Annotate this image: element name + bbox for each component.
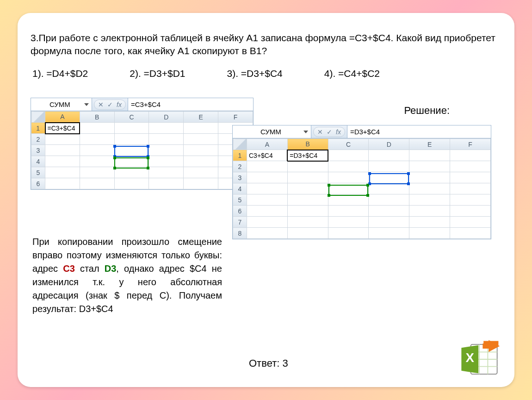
cell[interactable] [184,178,218,189]
cell[interactable] [450,194,491,206]
row-header[interactable]: 4 [233,183,247,194]
name-box[interactable]: СУММ [233,125,311,138]
cell[interactable] [287,194,328,206]
row-header[interactable]: 4 [31,156,45,167]
cell[interactable] [149,156,184,167]
cell[interactable] [149,123,184,134]
cancel-icon[interactable]: ✕ [317,128,323,136]
cell[interactable] [369,206,409,217]
select-all-corner[interactable] [233,139,247,150]
enter-icon[interactable]: ✓ [107,101,113,108]
col-header[interactable]: E [184,112,218,123]
cell[interactable] [450,217,491,228]
cell[interactable] [80,167,114,178]
row-header[interactable]: 7 [233,217,247,228]
cell[interactable] [409,228,450,239]
cell[interactable] [369,217,409,228]
cell[interactable] [409,194,450,206]
cell[interactable] [287,172,328,183]
cell[interactable] [149,167,184,178]
dropdown-arrow-icon[interactable] [84,103,89,106]
cell[interactable] [114,156,149,167]
cell[interactable] [247,228,288,239]
cell[interactable] [409,161,450,172]
cell[interactable] [114,145,149,156]
fx-icon[interactable]: fx [336,128,341,136]
cell[interactable] [247,194,288,206]
dropdown-arrow-icon[interactable] [303,131,308,133]
cell[interactable] [114,178,149,189]
col-header[interactable]: E [409,139,450,150]
cell[interactable] [328,150,369,161]
cell[interactable] [80,123,114,134]
cell-a1[interactable]: =C3+$C4 [45,123,80,134]
cell[interactable] [247,217,288,228]
cell[interactable] [450,228,491,239]
formula-input[interactable]: =D3+$C4 [347,125,491,138]
cell[interactable] [149,134,184,145]
cell[interactable] [114,134,149,145]
cell[interactable] [328,183,369,194]
col-header[interactable]: F [450,139,491,150]
enter-icon[interactable]: ✓ [327,128,332,136]
col-header[interactable]: A [247,139,288,150]
cell[interactable] [369,172,409,183]
cell[interactable] [45,134,80,145]
cell[interactable] [80,178,114,189]
cell[interactable] [287,228,328,239]
fx-icon[interactable]: fx [117,101,122,108]
cell[interactable] [450,206,491,217]
cell[interactable] [114,123,149,134]
row-header[interactable]: 2 [31,134,45,145]
cell[interactable] [80,145,114,156]
cell[interactable] [114,167,149,178]
cell[interactable] [409,217,450,228]
cell[interactable] [45,145,80,156]
cell[interactable] [287,206,328,217]
cell[interactable] [450,172,491,183]
row-header[interactable]: 3 [233,172,247,183]
row-header[interactable]: 8 [233,228,247,239]
row-header[interactable]: 3 [31,145,45,156]
col-header[interactable]: F [218,112,253,123]
cell[interactable] [184,167,218,178]
cell[interactable] [45,178,80,189]
name-box[interactable]: СУММ [31,98,92,111]
cell[interactable] [369,194,409,206]
cell[interactable] [287,183,328,194]
row-header[interactable]: 5 [233,194,247,206]
cell[interactable] [45,167,80,178]
row-header[interactable]: 5 [31,167,45,178]
spreadsheet-grid[interactable]: A B C D E F 1 =C3+$C4 2 3 4 5 6 [31,111,253,189]
spreadsheet-grid[interactable]: A B C D E F 1 C3+$C4 =D3+$C4 2 3 4 5 6 7… [233,138,491,239]
cell-b1[interactable]: =D3+$C4 [287,150,328,161]
cell[interactable] [149,178,184,189]
formula-input[interactable]: =C3+$C4 [128,98,253,111]
cell[interactable] [184,134,218,145]
col-header[interactable]: A [45,112,80,123]
cell[interactable] [80,134,114,145]
cell[interactable] [247,172,288,183]
cell[interactable] [369,161,409,172]
row-header[interactable]: 6 [233,206,247,217]
cell[interactable] [328,172,369,183]
cell[interactable] [247,206,288,217]
row-header[interactable]: 1 [233,150,247,161]
col-header[interactable]: D [369,139,409,150]
col-header[interactable]: B [287,139,328,150]
cell[interactable] [409,172,450,183]
col-header[interactable]: C [114,112,149,123]
cell[interactable] [184,145,218,156]
cell[interactable] [328,194,369,206]
select-all-corner[interactable] [31,112,45,123]
cell[interactable] [287,217,328,228]
cell[interactable] [409,183,450,194]
cell[interactable] [450,150,491,161]
cell[interactable] [450,161,491,172]
row-header[interactable]: 1 [31,123,45,134]
cell[interactable] [409,206,450,217]
cell[interactable] [369,183,409,194]
cell[interactable] [149,145,184,156]
cell[interactable] [369,150,409,161]
col-header[interactable]: B [80,112,114,123]
